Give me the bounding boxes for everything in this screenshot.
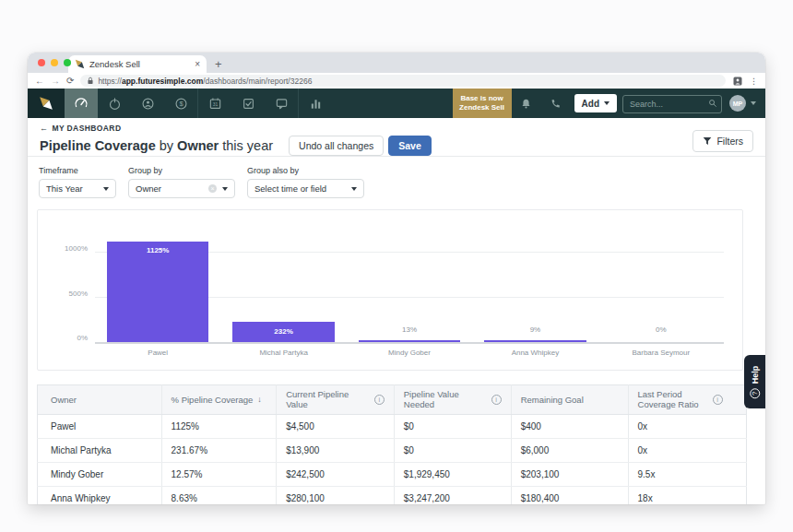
y-axis-tick-label: 1000% (65, 244, 88, 253)
nav-communication[interactable] (265, 89, 298, 118)
table-cell: $4,500 (277, 414, 395, 438)
chevron-down-icon (604, 101, 610, 105)
table-cell: 0x (628, 414, 746, 438)
tab-close-icon[interactable]: × (195, 60, 200, 69)
search-input[interactable] (622, 95, 722, 113)
nav-deals[interactable]: $ (164, 89, 197, 118)
bar-value-label: 13% (347, 325, 472, 334)
nav-dashboard[interactable] (65, 89, 98, 118)
group-by-group: Group by Owner × (128, 166, 235, 198)
group-by-select[interactable]: Owner × (128, 179, 235, 198)
nav-leads[interactable] (98, 89, 131, 118)
group-also-by-select[interactable]: Select time or field (247, 179, 364, 198)
group-also-by-label: Group also by (247, 166, 364, 175)
timeframe-label: Timeframe (39, 166, 116, 175)
back-icon[interactable]: ← (35, 77, 44, 86)
info-icon[interactable]: i (374, 395, 385, 405)
table-row[interactable]: Mindy Gober12.57%$242,500$1,929,450$203,… (38, 462, 747, 486)
bar[interactable]: 232% (232, 322, 334, 342)
dollar-circle-icon: $ (174, 97, 188, 111)
undo-all-changes-button[interactable]: Undo all changes (289, 136, 384, 156)
column-header[interactable]: Owner (38, 385, 162, 415)
table-cell: 8.63% (161, 486, 277, 504)
table-cell: Anna Whipkey (38, 486, 162, 504)
table-cell: $0 (394, 438, 511, 462)
url-field[interactable]: https://app.futuresimple.com/dashboards/… (80, 75, 726, 87)
table-cell: 12.57% (161, 462, 277, 486)
info-icon[interactable]: i (713, 395, 723, 405)
report-table: Owner% Pipeline Coverage↓Current Pipelin… (37, 384, 747, 504)
timeframe-select[interactable]: This Year (39, 179, 116, 198)
y-axis-tick-label: 500% (69, 289, 88, 297)
column-header[interactable]: Pipeline Value Neededi (394, 385, 511, 415)
nav-contacts[interactable] (131, 89, 164, 118)
nav-reports[interactable] (299, 89, 332, 118)
group-by-label: Group by (128, 166, 235, 175)
minimize-window-button[interactable] (51, 59, 58, 66)
column-header[interactable]: Current Pipeline Valuei (277, 385, 395, 415)
clear-icon[interactable]: × (208, 184, 217, 193)
user-avatar[interactable]: MP (729, 95, 746, 112)
page-background: Zendesk Sell × + ← → ⟳ https://app.futur… (0, 0, 793, 532)
chevron-down-icon (351, 187, 357, 191)
table-cell: 9.5x (628, 462, 746, 486)
table-cell: 231.67% (161, 438, 277, 462)
table-cell: $6,000 (511, 438, 628, 462)
nav-calendar[interactable]: 31 (198, 89, 231, 118)
bar-value-label: 0% (598, 325, 724, 334)
table-cell: $400 (511, 414, 628, 438)
table-cell: 0x (628, 438, 746, 462)
bar-value-label: 232% (232, 327, 334, 336)
calls-button[interactable] (541, 98, 571, 110)
chart-slot: 0% (598, 231, 724, 342)
info-icon[interactable]: i (491, 395, 502, 405)
zendesk-sell-logo[interactable] (28, 89, 65, 118)
x-axis-category-label: Mindy Gober (347, 349, 472, 357)
filters-button[interactable]: Filters (692, 130, 753, 152)
bar[interactable] (484, 340, 586, 342)
table-cell: $3,247,200 (394, 486, 511, 504)
bar[interactable] (359, 340, 460, 342)
browser-menu-icon[interactable]: ⋮ (750, 77, 758, 86)
forward-icon[interactable]: → (51, 77, 60, 86)
help-tab[interactable]: ? Help (744, 355, 765, 408)
nav-tasks[interactable] (231, 89, 265, 118)
column-header[interactable]: Last Period Coverage Ratioi (628, 385, 746, 415)
column-header[interactable]: % Pipeline Coverage↓ (161, 385, 277, 415)
browser-window: Zendesk Sell × + ← → ⟳ https://app.futur… (28, 53, 765, 504)
table-row[interactable]: Pawel1125%$4,500$0$4000x (38, 414, 747, 438)
user-menu-chevron-icon[interactable] (751, 101, 756, 105)
sort-desc-icon[interactable]: ↓ (257, 395, 262, 405)
breadcrumb[interactable]: ← MY DASHBOARD (40, 124, 765, 133)
column-header[interactable]: Remaining Goal (511, 385, 628, 415)
bar-chart-icon (309, 97, 323, 111)
browser-tabstrip: Zendesk Sell × + (28, 53, 765, 73)
table-cell: Pawel (38, 414, 162, 438)
question-mark-icon: ? (750, 388, 760, 398)
save-button[interactable]: Save (388, 136, 432, 156)
browser-profile-icon[interactable] (732, 76, 743, 87)
reload-icon[interactable]: ⟳ (66, 77, 74, 86)
table-cell: $280,100 (277, 486, 395, 504)
table-row[interactable]: Michal Partyka231.67%$13,900$0$6,0000x (38, 438, 747, 462)
close-window-button[interactable] (38, 59, 45, 66)
svg-text:$: $ (179, 100, 183, 108)
new-tab-button[interactable]: + (215, 58, 222, 70)
table-cell: 1125% (161, 414, 277, 438)
add-button[interactable]: Add (574, 94, 617, 112)
bar[interactable]: 1125% (107, 242, 208, 342)
bar-value-label: 1125% (107, 246, 208, 254)
table-row[interactable]: Anna Whipkey8.63%$280,100$3,247,200$180,… (38, 486, 747, 504)
maximize-window-button[interactable] (64, 59, 71, 66)
x-axis-category-label: Anna Whipkey (472, 349, 598, 357)
browser-tab[interactable]: Zendesk Sell × (68, 55, 207, 73)
table-cell: $0 (394, 414, 511, 438)
table-cell: Michal Partyka (38, 438, 162, 462)
notifications-button[interactable] (512, 98, 541, 110)
url-text: https://app.futuresimple.com/dashboards/… (98, 77, 312, 86)
chevron-down-icon (103, 187, 109, 191)
window-controls[interactable] (38, 59, 71, 66)
chart-categories: PawelMichal PartykaMindy GoberAnna Whipk… (95, 349, 724, 357)
page-title: Pipeline Coverage by Owner this year (40, 138, 273, 153)
chart-plot: 0%500%1000%1125%232%13%9%0% (95, 231, 724, 344)
